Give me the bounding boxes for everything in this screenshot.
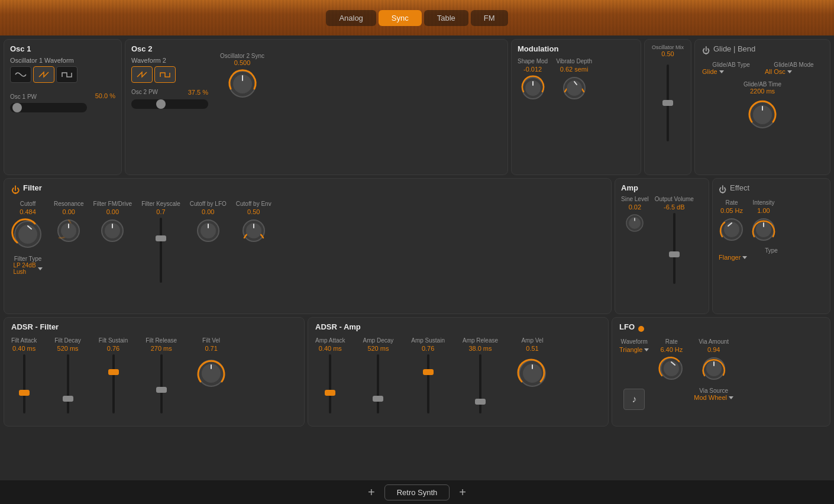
filt-sustain-label: Filt Sustain [99,337,128,344]
lfo-title: LFO [619,322,635,331]
cutoff-label: Cutoff [20,201,36,207]
add-right-button[interactable]: + [459,486,466,499]
fm-drive-value: 0.00 [106,208,119,215]
glide-mode-dropdown[interactable]: All Osc [765,68,823,75]
adsr-filter-title: ADSR - Filter [11,322,297,331]
filt-attack-item: Filt Attack 0.40 ms [11,337,37,413]
adsr-amp-title: ADSR - Amp [315,322,601,331]
amp-vel-knob[interactable] [516,357,549,390]
amp-sustain-slider[interactable] [422,354,434,413]
preset-name-button[interactable]: Retro Synth [384,484,450,500]
osc1-waveform-group [10,66,115,83]
add-left-button[interactable]: + [368,486,375,499]
tab-sync[interactable]: Sync [379,10,422,26]
main-content: Osc 1 Oscillator 1 Waveform Osc 1 PW [0,35,834,480]
filt-attack-slider[interactable] [18,354,30,413]
filt-release-item: Filt Release 270 ms [146,337,177,413]
cutoff-lfo-knob[interactable] [195,218,221,244]
amp-decay-slider[interactable] [372,354,384,413]
amp-section: Amp Sine Level 0.02 Output Volume [615,178,709,314]
resonance-knob[interactable] [56,218,82,244]
output-volume-slider[interactable] [668,213,680,284]
via-amount-label: Via Amount [699,338,729,345]
amp-release-item: Amp Release 38.0 ms [463,337,498,413]
lfo-note-button[interactable]: ♪ [623,389,645,410]
effect-rate-knob[interactable] [719,217,745,243]
osc1-pw-label: Osc 1 PW [10,93,37,100]
filt-sustain-slider[interactable] [108,354,119,413]
amp-sustain-item: Amp Sustain 0.76 [411,337,445,413]
effect-title: Effect [730,183,749,192]
lfo-waveform-dropdown[interactable]: Triangle [619,346,649,353]
top-row: Osc 1 Oscillator 1 Waveform Osc 1 PW [4,39,830,175]
osc1-title: Osc 1 [10,44,115,53]
osc1-pw-slider[interactable] [10,103,87,112]
cutoff-env-value: 0.50 [247,208,260,215]
via-amount-knob[interactable] [701,356,727,382]
osc2-sync-knob[interactable] [226,67,259,101]
glide-power-icon[interactable]: ⏻ [702,46,710,55]
modulation-panel: Modulation Shape Mod -0.012 [511,39,641,175]
osc2-pw-slider[interactable] [131,99,208,109]
osc-mix-slider[interactable] [662,64,674,141]
resonance-container: Resonance 0.00 [54,201,84,244]
filt-release-slider[interactable] [156,354,167,413]
osc2-wave-square[interactable] [154,66,176,83]
filt-decay-slider[interactable] [62,354,74,413]
sine-level-label: Sine Level [621,196,649,202]
amp-attack-slider[interactable] [324,354,336,413]
osc1-wave-square[interactable] [56,66,77,83]
effect-intensity-label: Intensity [752,199,774,206]
filt-vel-label: Filt Vel [202,337,220,344]
cutoff-knob[interactable] [11,218,44,251]
filter-power-icon[interactable]: ⏻ [11,185,20,195]
osc1-wave-sine[interactable] [10,66,31,83]
sine-level-value: 0.02 [629,203,641,211]
keyscale-slider[interactable] [155,218,167,283]
via-amount-container: Via Amount 0.94 Via Source Mod W [694,338,733,401]
cutoff-env-knob[interactable] [241,218,267,244]
sine-level-knob[interactable] [625,213,645,233]
amp-release-slider[interactable] [474,354,486,413]
via-source-dropdown[interactable]: Mod Wheel [694,394,733,401]
glide-time-knob[interactable] [746,98,779,131]
filter-type-dropdown[interactable]: LP 24dBLush [13,262,42,275]
filter-section: ⏻ Filter Cutoff 0.484 [4,178,612,314]
effect-type-label: Type [719,247,824,254]
osc2-pw-label: Osc 2 PW [131,89,158,97]
osc2-wave-sawtooth[interactable] [131,66,153,83]
effect-power-icon[interactable]: ⏻ [719,185,726,194]
cutoff-value: 0.484 [20,208,36,215]
tab-table[interactable]: Table [424,10,468,26]
shape-mod-knob[interactable] [520,75,546,101]
svg-point-13 [18,225,37,244]
fm-drive-knob[interactable] [99,218,125,244]
osc1-pw-value: 50.0 % [95,92,115,99]
glide-type-dropdown[interactable]: Glide [702,68,760,75]
shape-mod-container: Shape Mod -0.012 [518,58,548,101]
glide-mode-container: Glide/AB Mode All Osc [765,62,823,75]
output-volume-value: -6.5 dB [664,203,684,211]
via-amount-value: 0.94 [707,346,720,353]
amp-attack-label: Amp Attack [315,337,345,344]
adsr-filter-row: Filt Attack 0.40 ms Filt Decay 520 ms [11,335,297,413]
adsr-amp-row: Amp Attack 0.40 ms Amp Decay 520 ms [315,335,601,413]
osc-mix-panel: Oscillator Mix 0.50 [644,39,691,175]
osc1-wave-sawtooth[interactable] [33,66,54,83]
lfo-rate-knob[interactable] [658,356,684,382]
osc-mix-label: Oscillator Mix [652,44,684,50]
tab-fm[interactable]: FM [471,10,508,26]
adsr-amp-section: ADSR - Amp Amp Attack 0.40 ms Amp Decay … [308,317,609,427]
filter-title: Filter [23,183,42,192]
filt-vel-knob[interactable] [195,357,228,390]
effect-type-dropdown[interactable]: Flanger [719,254,824,261]
cutoff-lfo-value: 0.00 [202,208,214,215]
amp-attack-item: Amp Attack 0.40 ms [315,337,345,413]
glide-title: Glide | Bend [713,44,755,53]
effect-intensity-container: Intensity 1.00 [751,199,777,243]
effect-intensity-knob[interactable] [751,217,777,243]
tab-analog[interactable]: Analog [326,10,376,26]
amp-release-label: Amp Release [463,337,498,344]
vibrato-knob[interactable] [561,75,587,101]
shape-mod-value: -0.012 [523,66,542,73]
